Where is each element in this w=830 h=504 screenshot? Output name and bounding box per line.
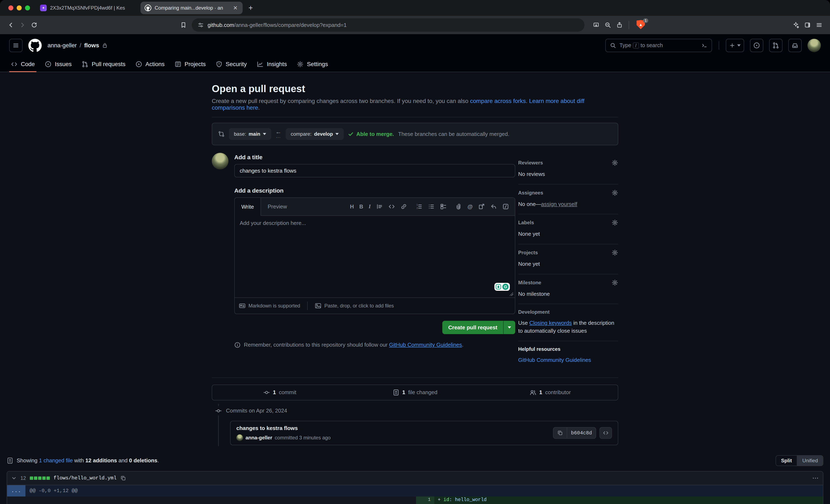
back-icon[interactable] [5, 19, 17, 31]
site-settings-icon[interactable] [198, 22, 204, 28]
browser-menu-icon[interactable] [813, 19, 825, 31]
github-logo-icon[interactable] [28, 39, 42, 52]
url-bar[interactable]: github.com/anna-geller/flows/compare/dev… [192, 18, 584, 32]
create-new-button[interactable] [726, 39, 744, 52]
repo-tab-insights[interactable]: Insights [252, 57, 292, 72]
create-pr-dropdown-icon[interactable] [503, 321, 515, 334]
close-window-button[interactable] [8, 5, 13, 10]
repo-tab-projects[interactable]: Projects [170, 57, 211, 72]
heading-icon[interactable]: H [350, 203, 354, 210]
sidebar-section-label: Development [518, 309, 550, 315]
diff-line-number[interactable]: 1 [416, 497, 435, 503]
search-input[interactable]: Type / to search [605, 39, 712, 52]
changed-file-link[interactable]: 1 changed file [39, 457, 73, 464]
diff-line: 2+ namespace: prod [416, 503, 823, 504]
diff-hunk-row: ... @@ -0,0 +1,12 @@ [7, 485, 823, 497]
sidebar-link[interactable]: GitHub Community Guidelines [518, 357, 591, 363]
commit-author-avatar[interactable] [236, 434, 243, 441]
grammarly-icon: G [502, 284, 509, 290]
expand-hunk-button[interactable]: ... [7, 485, 25, 497]
commit-sha-button[interactable]: b604c8d [567, 428, 596, 438]
pr-title-input[interactable] [234, 164, 515, 178]
split-view-button[interactable]: Split [776, 455, 797, 466]
markdown-note[interactable]: Markdown is supported [249, 303, 300, 309]
repo-tab-actions[interactable]: Actions [130, 57, 170, 72]
repo-tab-settings[interactable]: Settings [292, 57, 333, 72]
browse-code-icon[interactable] [600, 427, 612, 439]
description-textarea[interactable]: Add your description here... G [235, 216, 515, 297]
copy-sha-icon[interactable] [553, 428, 567, 438]
bookmark-icon[interactable] [178, 19, 189, 31]
sidebar-link[interactable]: Closing keywords [529, 320, 572, 326]
new-tab-button[interactable]: + [249, 4, 253, 12]
link-icon[interactable] [401, 203, 407, 210]
branch-compare-bar: base:main ←... compare:develop Able to m… [212, 123, 618, 145]
base-branch-dropdown[interactable]: base:main [229, 128, 271, 140]
breadcrumb-owner[interactable]: anna-geller [47, 42, 77, 49]
breadcrumb-repo[interactable]: flows [84, 42, 99, 49]
forward-icon[interactable] [17, 19, 28, 31]
repo-tab-pull-requests[interactable]: Pull requests [77, 57, 130, 72]
paste-note[interactable]: Paste, drop, or click to add files [324, 303, 394, 309]
share-icon[interactable] [614, 19, 625, 31]
gear-icon[interactable] [612, 249, 618, 256]
repo-tab-security[interactable]: Security [211, 57, 252, 72]
ordered-list-icon[interactable]: 1.2. [416, 203, 422, 210]
gear-icon[interactable] [612, 219, 618, 226]
slash-command-icon[interactable] [502, 203, 509, 210]
zoom-page-icon[interactable] [602, 19, 614, 31]
compare-branch-dropdown[interactable]: compare:develop [286, 128, 344, 140]
community-guidelines-link[interactable]: GitHub Community Guidelines [389, 342, 462, 348]
diff-line-number[interactable]: 2 [416, 503, 435, 504]
sidebar-icon[interactable] [802, 19, 813, 31]
copy-path-icon[interactable] [120, 475, 126, 481]
pull-requests-icon[interactable] [769, 39, 783, 52]
issues-icon[interactable] [750, 39, 763, 52]
diff-added-block [38, 476, 41, 480]
minimize-window-button[interactable] [17, 5, 22, 10]
gear-icon[interactable] [612, 159, 618, 166]
stat-file-changed[interactable]: 1file changed [348, 389, 483, 396]
task-list-icon[interactable] [440, 203, 447, 210]
sidebar-link[interactable]: assign yourself [541, 201, 577, 207]
code-icon[interactable] [388, 203, 395, 210]
brave-shield-icon[interactable]: ▲ 1 [637, 20, 646, 30]
leo-ai-icon[interactable] [790, 19, 802, 31]
reply-icon[interactable] [490, 203, 497, 210]
command-palette-icon[interactable] [701, 42, 707, 49]
repo-tab-issues[interactable]: Issues [40, 57, 77, 72]
repo-tab-code[interactable]: Code [6, 57, 40, 72]
stat-contributor[interactable]: 1contributor [482, 389, 618, 396]
user-avatar[interactable] [807, 39, 821, 52]
unordered-list-icon[interactable] [428, 203, 435, 210]
create-pull-request-button[interactable]: Create pull request [442, 321, 515, 334]
cross-reference-icon[interactable] [478, 203, 485, 210]
browser-tab-github[interactable]: Comparing main...develop · an ✕ [140, 2, 243, 14]
paperclip-icon[interactable] [455, 203, 462, 210]
commit-title[interactable]: changes to kestra flows [236, 425, 330, 432]
compare-across-forks-link[interactable]: compare across forks [470, 98, 526, 104]
commit-author[interactable]: anna-geller [246, 435, 272, 441]
file-options-kebab-icon[interactable] [812, 475, 819, 481]
reload-icon[interactable] [28, 19, 40, 31]
tab-preview[interactable]: Preview [261, 198, 293, 215]
bold-icon[interactable]: B [359, 203, 363, 210]
gear-icon[interactable] [612, 189, 618, 196]
install-app-icon[interactable] [590, 19, 602, 31]
chevron-down-icon[interactable] [11, 475, 17, 481]
gear-icon[interactable] [612, 279, 618, 286]
mention-icon[interactable]: @ [468, 203, 473, 210]
tab-write[interactable]: Write [235, 198, 261, 216]
close-tab-icon[interactable]: ✕ [232, 5, 238, 11]
browser-tab-kestra[interactable]: ✦ 2X3x2TMqX5NfvFPDj4wd6f | Kes [36, 2, 138, 14]
unified-view-button[interactable]: Unified [797, 455, 823, 466]
grammarly-widget[interactable]: G [494, 283, 510, 291]
stat-commit[interactable]: 1commit [212, 389, 348, 396]
diff-file-name[interactable]: flows/hello_world.yml [54, 475, 117, 481]
zoom-window-button[interactable] [25, 5, 30, 10]
italic-icon[interactable]: I [369, 203, 371, 210]
global-nav-menu-icon[interactable] [9, 39, 23, 52]
inbox-icon[interactable] [788, 39, 802, 52]
quote-icon[interactable] [376, 203, 383, 210]
resize-handle[interactable] [510, 292, 513, 296]
